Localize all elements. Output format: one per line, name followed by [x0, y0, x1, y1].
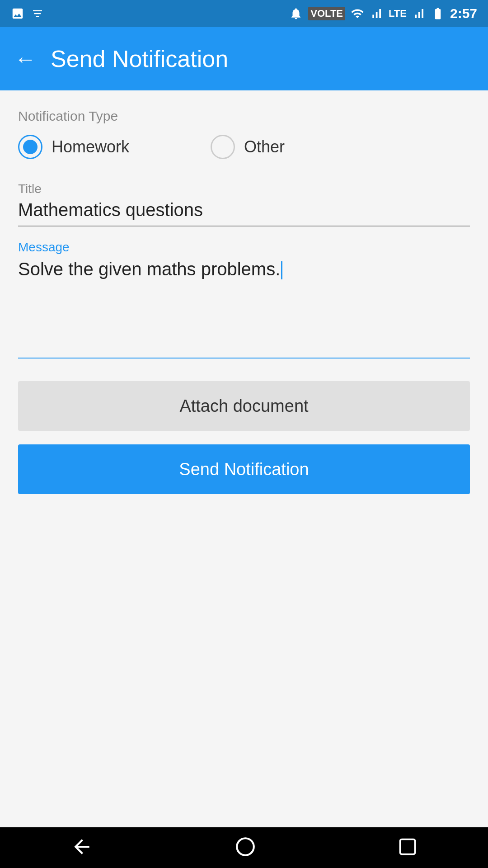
wifi-icon [351, 7, 364, 20]
radio-homework-circle[interactable] [18, 135, 42, 159]
battery-icon [431, 7, 445, 20]
title-input[interactable]: Mathematics questions [18, 200, 470, 226]
message-text: Solve the given maths problems. [18, 259, 280, 279]
signal-icon [370, 7, 383, 20]
image-icon [11, 7, 24, 20]
radio-option-homework[interactable]: Homework [18, 135, 129, 159]
attach-document-button[interactable]: Attach document [18, 381, 470, 431]
nav-recents-icon [398, 837, 418, 857]
radio-option-other[interactable]: Other [211, 135, 285, 159]
app-bar-title: Send Notification [51, 45, 228, 72]
notification-icon [31, 7, 44, 20]
app-bar: ← Send Notification [0, 27, 488, 90]
alarm-icon [289, 7, 303, 20]
svg-point-0 [237, 838, 254, 855]
nav-home-button[interactable] [234, 835, 257, 860]
status-time: 2:57 [450, 6, 477, 21]
notification-type-label: Notification Type [18, 108, 470, 124]
nav-home-icon [234, 835, 257, 858]
buttons-section: Attach document Send Notification [18, 381, 470, 494]
nav-recents-button[interactable] [398, 837, 418, 859]
nav-bar [0, 827, 488, 868]
title-section: Title Mathematics questions [18, 182, 470, 226]
message-label: Message [18, 240, 470, 255]
radio-group: Homework Other [18, 135, 470, 159]
nav-back-icon [70, 835, 93, 858]
text-cursor [281, 261, 282, 279]
radio-homework-label: Homework [52, 137, 129, 156]
status-bar-left-icons [11, 7, 44, 20]
radio-other-circle[interactable] [211, 135, 235, 159]
status-bar-right-icons: VOLTE LTE 2:57 [289, 6, 477, 21]
send-notification-button[interactable]: Send Notification [18, 444, 470, 494]
signal-icon-2 [412, 7, 426, 20]
title-label: Title [18, 182, 470, 196]
message-input[interactable]: Solve the given maths problems. [18, 259, 470, 359]
main-content: Notification Type Homework Other Title M… [0, 90, 488, 827]
radio-other-label: Other [244, 137, 285, 156]
volte-badge: VOLTE [308, 7, 345, 20]
status-bar: VOLTE LTE 2:57 [0, 0, 488, 27]
svg-rect-1 [400, 840, 415, 854]
lte-badge: LTE [389, 8, 407, 19]
nav-back-button[interactable] [70, 835, 93, 860]
back-button[interactable]: ← [14, 47, 36, 71]
notification-type-section: Notification Type Homework Other [18, 108, 470, 159]
message-section: Message Solve the given maths problems. [18, 240, 470, 359]
